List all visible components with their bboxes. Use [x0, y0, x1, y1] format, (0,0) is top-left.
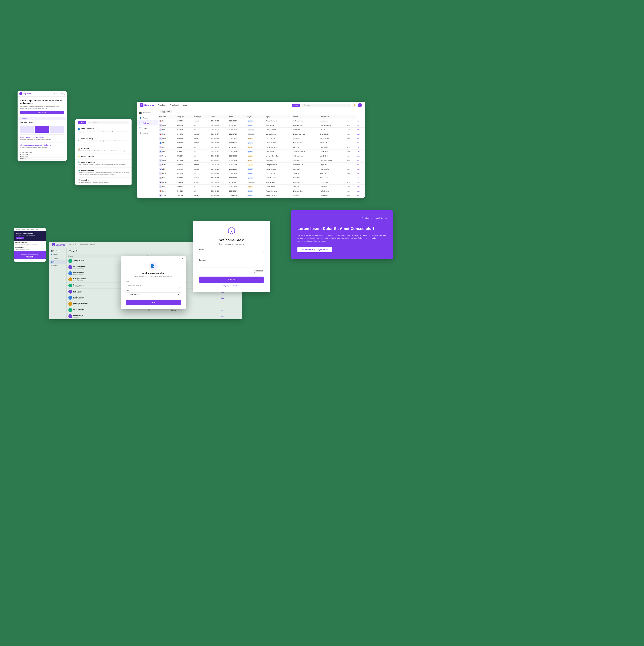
view-link[interactable]: View: [347, 173, 350, 175]
cell-edit[interactable]: Edit: [356, 180, 365, 185]
modal-add-button[interactable]: Add: [126, 300, 181, 305]
quickmenu-item[interactable]: 📊 Generate a report Create customized re…: [75, 168, 131, 177]
view-link[interactable]: View: [347, 159, 350, 161]
team-sidebar-settings[interactable]: ⚙ Settings: [49, 264, 67, 267]
cell-edit[interactable]: Edit: [356, 176, 365, 180]
cell-view[interactable]: View: [346, 136, 356, 141]
view-link[interactable]: View: [347, 125, 350, 126]
view-link[interactable]: View: [347, 177, 350, 179]
team-sidebar-policies[interactable]: 📄 Policies: [49, 256, 67, 260]
forgot-password-link[interactable]: Forgot your password?: [199, 285, 264, 287]
edit-link[interactable]: Edit: [357, 151, 360, 152]
cell-view[interactable]: View: [346, 172, 356, 176]
cell-edit[interactable]: Edit: [356, 119, 365, 123]
team-nav-2[interactable]: Dropdown 2: [80, 244, 88, 246]
quickmenu-item[interactable]: 📋 File a claim On behalf of a customer w…: [75, 146, 131, 154]
modal-email-input[interactable]: [126, 283, 181, 288]
team-sidebar-dashboard[interactable]: ⬛ Dashboard: [49, 249, 67, 253]
cell-view[interactable]: View: [346, 141, 356, 145]
cell-view[interactable]: View: [346, 128, 356, 132]
edit-link[interactable]: Edit: [357, 133, 360, 135]
main-search-bar[interactable]: 🔍 Search: [302, 104, 351, 107]
view-link[interactable]: View: [347, 155, 350, 157]
cell-view[interactable]: View: [346, 154, 356, 158]
website-nav-link2[interactable]: Pricing: [61, 93, 65, 95]
quickmenu-search[interactable]: 🔍 Search: [88, 121, 129, 124]
team-sidebar-persons[interactable]: 👤 Persons: [49, 253, 67, 256]
login-password-input[interactable]: [199, 262, 264, 267]
edit-link[interactable]: Edit: [357, 146, 360, 148]
user-avatar[interactable]: [358, 103, 362, 107]
cell-edit[interactable]: Edit: [356, 185, 365, 189]
cell-view[interactable]: View: [346, 132, 356, 136]
cell-view[interactable]: View: [346, 189, 356, 193]
cell-view[interactable]: View: [346, 180, 356, 185]
modal-close-button[interactable]: ✕: [182, 257, 184, 260]
cell-view[interactable]: View: [346, 158, 356, 163]
cell-view[interactable]: View: [346, 119, 356, 123]
login-button[interactable]: Log in: [199, 277, 264, 283]
quickmenu-item[interactable]: 💳 Record a payment: [75, 154, 131, 159]
website-cta-button[interactable]: Try it for free: [20, 111, 64, 114]
cell-edit[interactable]: Edit: [356, 128, 365, 132]
cell-view[interactable]: View: [346, 145, 356, 149]
member-edit-link[interactable]: Edit: [221, 309, 224, 311]
edit-link[interactable]: Edit: [357, 182, 360, 183]
view-link[interactable]: View: [347, 129, 350, 130]
edit-link[interactable]: Edit: [357, 190, 360, 192]
toggle-view-button[interactable]: Toggle View: [160, 110, 172, 113]
cell-edit[interactable]: Edit: [356, 158, 365, 163]
quickmenu-item[interactable]: 📎 Upload a document Upload contracts, in…: [75, 159, 131, 168]
team-nav-1[interactable]: Dropdown 1: [69, 244, 78, 246]
cell-edit[interactable]: Edit: [356, 149, 365, 154]
cta-button[interactable]: Cilium dolore eu Fugiat Nulla!: [297, 247, 332, 252]
edit-link[interactable]: Edit: [357, 164, 360, 166]
nav-dropdown2[interactable]: Dropdown 2: [170, 104, 179, 106]
edit-link[interactable]: Edit: [357, 177, 360, 179]
view-link[interactable]: View: [347, 169, 350, 170]
view-link[interactable]: View: [347, 138, 350, 139]
cell-edit[interactable]: Edit: [356, 141, 365, 145]
cell-edit[interactable]: Edit: [356, 163, 365, 167]
edit-link[interactable]: Edit: [357, 195, 360, 196]
cell-view[interactable]: View: [346, 193, 356, 198]
view-link[interactable]: View: [347, 146, 350, 148]
cell-edit[interactable]: Edit: [356, 167, 365, 172]
landing-bottom-button[interactable]: Get started: [26, 256, 33, 257]
cell-edit[interactable]: Edit: [356, 172, 365, 176]
modal-role-select[interactable]: Claims Adjuster Agent Broker Manager: [126, 292, 181, 297]
view-link[interactable]: View: [347, 142, 350, 144]
remember-me-checkbox[interactable]: [199, 271, 253, 273]
website-nav-link[interactable]: Features: [54, 93, 59, 95]
cell-edit[interactable]: Edit: [356, 154, 365, 158]
sidebar-item-team[interactable]: 👥 Team: [137, 125, 158, 130]
nav-dropdown1[interactable]: Dropdown 1: [158, 104, 167, 106]
cell-edit[interactable]: Edit: [356, 136, 365, 141]
cell-view[interactable]: View: [346, 149, 356, 154]
cell-view[interactable]: View: [346, 167, 356, 172]
sign-up-link[interactable]: Sign up: [381, 217, 386, 219]
member-edit-link[interactable]: Edit: [221, 297, 224, 299]
quickmenu-item[interactable]: 📝 Log activity Log significant events, m…: [75, 178, 131, 186]
edit-link[interactable]: Edit: [357, 125, 360, 126]
cell-view[interactable]: View: [346, 185, 356, 189]
cell-member-edit[interactable]: Edit: [220, 307, 242, 313]
edit-link[interactable]: Edit: [357, 186, 360, 188]
cell-view[interactable]: View: [346, 163, 356, 167]
cell-edit[interactable]: Edit: [356, 193, 365, 198]
sidebar-item-settings[interactable]: ⚙ Settings: [137, 130, 158, 136]
cell-view[interactable]: View: [346, 123, 356, 128]
quickmenu-create-button[interactable]: Create: [78, 121, 86, 124]
edit-link[interactable]: Edit: [357, 142, 360, 144]
team-sidebar-team[interactable]: 👥 Team: [49, 260, 67, 264]
edit-link[interactable]: Edit: [357, 138, 360, 139]
quickmenu-item[interactable]: 👤 Add a new person From policyholders to…: [75, 126, 131, 136]
team-nav-3[interactable]: Lorem: [90, 244, 95, 246]
edit-link[interactable]: Edit: [357, 155, 360, 157]
quickmenu-item[interactable]: 📄 Write up a policy Create a new insuran…: [75, 136, 131, 146]
edit-link[interactable]: Edit: [357, 173, 360, 175]
cell-member-edit[interactable]: Edit: [220, 313, 242, 319]
notification-icon[interactable]: 🔔: [353, 103, 356, 107]
view-link[interactable]: View: [347, 186, 350, 188]
cell-edit[interactable]: Edit: [356, 145, 365, 149]
